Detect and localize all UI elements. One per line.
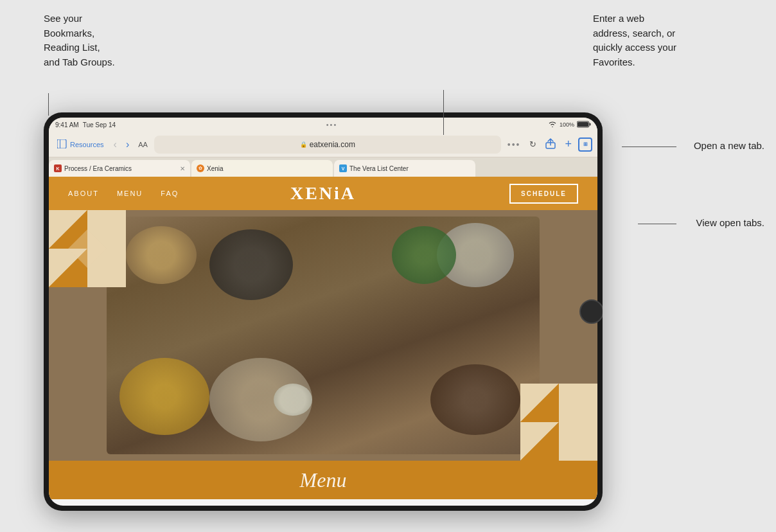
tab-favicon-3: V — [339, 164, 347, 172]
tab-xenia[interactable]: ✿ Xenia — [191, 160, 333, 177]
refresh-button[interactable]: ↻ — [527, 138, 539, 150]
more-button[interactable]: ••• — [505, 139, 524, 150]
tab-label-1: Process / Era Ceramics — [64, 165, 177, 172]
connector-line-left — [48, 93, 49, 116]
svg-marker-20 — [559, 384, 597, 422]
status-bar: 9:41 AM Tue Sep 14 ••• 100% — [49, 118, 597, 132]
tab-favicon-1: K — [54, 164, 62, 172]
reader-mode-button[interactable]: AA — [136, 139, 150, 150]
annotation-search: Enter a web address, search, or quickly … — [593, 12, 676, 69]
site-logo: XENiA — [290, 183, 356, 204]
status-date: Tue Sep 14 — [83, 121, 116, 129]
svg-rect-4 — [60, 139, 60, 148]
browser-toolbar: Resources ‹ › AA 🔒 eatxenia.com ••• ↻ — [49, 132, 597, 157]
status-left: 9:41 AM Tue Sep 14 — [55, 121, 116, 129]
bottom-section: Menu — [49, 461, 597, 499]
status-time: 9:41 AM — [55, 121, 79, 129]
annotation-bookmarks: See your Bookmarks, Reading List, and Ta… — [44, 12, 115, 69]
battery-percent: 100% — [560, 121, 574, 128]
schedule-button[interactable]: SCHEDULE — [509, 184, 578, 204]
geo-pattern-top-left — [49, 210, 126, 287]
ipad-screen: 9:41 AM Tue Sep 14 ••• 100% — [49, 118, 597, 506]
bottom-menu-text: Menu — [300, 468, 347, 492]
battery-icon — [577, 121, 591, 129]
nav-about[interactable]: ABOUT — [68, 190, 99, 197]
website-content: ABOUT MENU FAQ XENiA SCHEDULE — [49, 177, 597, 506]
status-right: 100% — [548, 121, 591, 129]
tab-favicon-2: ✿ — [197, 164, 204, 172]
sidebar-button[interactable]: Resources — [54, 137, 107, 152]
nav-links: ABOUT MENU FAQ — [68, 190, 179, 197]
tab-label-2: Xenia — [207, 165, 328, 172]
food-photo-area — [49, 210, 597, 461]
geo-pattern-bottom-right — [520, 384, 597, 461]
tab-close-1[interactable]: ✕ — [180, 165, 185, 172]
sidebar-label: Resources — [70, 141, 104, 148]
nav-menu[interactable]: MENU — [117, 190, 143, 197]
svg-rect-3 — [57, 139, 66, 148]
lock-icon: 🔒 — [300, 141, 307, 148]
share-button[interactable] — [543, 136, 558, 152]
food-photo — [107, 217, 540, 454]
view-tabs-button[interactable]: ⊞ — [578, 137, 592, 152]
tab-era-ceramics[interactable]: K Process / Era Ceramics ✕ — [49, 160, 190, 177]
forward-button[interactable]: › — [123, 137, 132, 152]
back-button[interactable]: ‹ — [111, 137, 119, 152]
status-dots: ••• — [326, 121, 338, 129]
connector-line-top-right — [443, 90, 444, 135]
new-tab-button[interactable]: + — [562, 136, 574, 152]
nav-faq[interactable]: FAQ — [161, 190, 179, 197]
svg-rect-2 — [589, 123, 590, 125]
tab-label-3: The Vera List Center — [349, 165, 470, 172]
website-nav: ABOUT MENU FAQ XENiA SCHEDULE — [49, 177, 597, 210]
annotation-view-tabs: View open tabs. — [696, 217, 764, 228]
url-bar[interactable]: 🔒 eatxenia.com — [154, 136, 501, 154]
tab-vera-list[interactable]: V The Vera List Center — [334, 160, 475, 177]
connector-line-new-tab — [622, 146, 676, 147]
ipad-device: 9:41 AM Tue Sep 14 ••• 100% — [44, 112, 603, 511]
tab-bar: K Process / Era Ceramics ✕ ✿ Xenia V The… — [49, 157, 597, 177]
connector-line-view-tabs — [638, 224, 676, 224]
svg-marker-24 — [559, 422, 597, 461]
svg-rect-1 — [578, 122, 588, 127]
wifi-icon — [548, 121, 557, 129]
annotation-new-tab: Open a new tab. — [694, 140, 764, 151]
url-text: eatxenia.com — [310, 140, 355, 149]
home-button[interactable] — [579, 299, 603, 324]
sidebar-icon — [57, 139, 67, 150]
